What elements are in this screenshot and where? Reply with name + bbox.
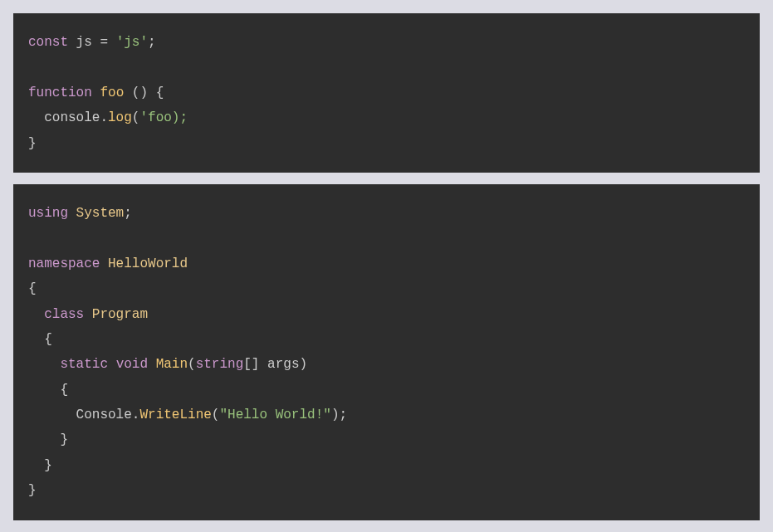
code-token: () { xyxy=(132,85,164,100)
code-line: Console.WriteLine("Hello World!"); xyxy=(28,403,745,427)
code-line: function foo () { xyxy=(28,81,745,105)
code-line: } xyxy=(28,478,745,503)
code-token: ( xyxy=(188,357,196,372)
code-token: } xyxy=(28,483,37,498)
code-token: class xyxy=(44,307,92,322)
code-line: console.log('foo); xyxy=(28,105,745,130)
code-token: const xyxy=(28,35,76,50)
code-line xyxy=(28,226,745,251)
code-token: console. xyxy=(28,110,108,125)
code-token: foo xyxy=(100,85,131,100)
code-line: { xyxy=(28,378,745,403)
code-line: { xyxy=(28,276,745,301)
code-line: using System; xyxy=(28,201,745,226)
code-token: static xyxy=(60,357,115,372)
code-line: } xyxy=(28,131,745,156)
code-token: ); xyxy=(331,408,347,422)
code-token: ; xyxy=(124,206,132,221)
code-token: ( xyxy=(212,408,220,422)
code-token: void xyxy=(116,357,156,372)
code-line: namespace HelloWorld xyxy=(28,251,745,276)
code-token: 'foo); xyxy=(139,110,188,125)
code-token: log xyxy=(108,110,132,125)
code-token: "Hello World!" xyxy=(219,408,330,422)
code-token: { xyxy=(28,383,68,398)
code-token: Program xyxy=(92,307,148,322)
code-line: { xyxy=(28,327,745,352)
code-token: { xyxy=(28,281,37,296)
code-line: static void Main(string[] args) xyxy=(28,352,745,377)
code-token: ; xyxy=(148,35,156,50)
code-token: { xyxy=(28,332,52,347)
code-token: namespace xyxy=(28,256,108,271)
code-token: string xyxy=(196,357,244,372)
code-line xyxy=(28,55,745,80)
code-token: System xyxy=(76,206,125,221)
code-token: js xyxy=(76,35,100,50)
code-token: using xyxy=(28,206,76,221)
code-line: class Program xyxy=(28,302,745,327)
code-token: function xyxy=(28,85,100,100)
code-token: = xyxy=(100,35,115,50)
code-line: } xyxy=(28,427,745,452)
code-token xyxy=(28,357,60,372)
code-token: } xyxy=(28,432,68,447)
code-token: Main xyxy=(156,357,188,372)
code-token: } xyxy=(28,136,37,151)
code-token: ( xyxy=(132,110,140,125)
code-token: } xyxy=(28,458,52,473)
code-block-js: const js = 'js'; function foo () { conso… xyxy=(13,13,760,173)
code-token: HelloWorld xyxy=(108,256,188,271)
code-token: 'js' xyxy=(116,35,148,50)
code-line: } xyxy=(28,453,745,478)
code-line: const js = 'js'; xyxy=(28,30,745,55)
code-token: WriteLine xyxy=(139,408,211,422)
code-token xyxy=(28,307,44,322)
code-token: [] args) xyxy=(243,357,307,372)
code-block-csharp: using System; namespace HelloWorld{ clas… xyxy=(13,184,760,520)
code-token: Console. xyxy=(28,408,139,422)
